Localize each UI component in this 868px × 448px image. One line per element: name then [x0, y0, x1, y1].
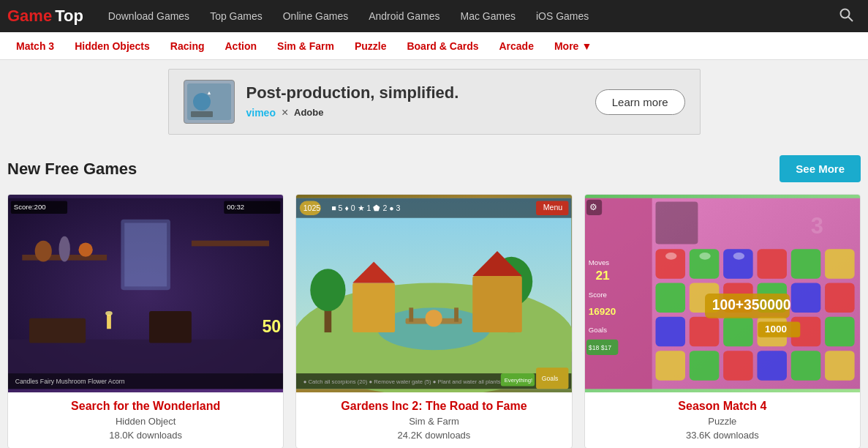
game-downloads-1: 18.0K downloads: [15, 430, 276, 441]
main-content: New Free Games See More: [0, 143, 868, 448]
game-title-2: Gardens Inc 2: The Road to Fame: [303, 400, 564, 413]
svg-text:Menu: Menu: [543, 203, 563, 212]
see-more-button[interactable]: See More: [780, 155, 861, 182]
svg-rect-79: [757, 351, 787, 381]
game-downloads-3: 33.6K downloads: [592, 430, 853, 441]
svg-point-13: [35, 241, 52, 262]
site-logo[interactable]: Game Top: [7, 7, 83, 26]
svg-point-15: [78, 243, 92, 257]
svg-text:● Catch all scorpions (20)  ● : ● Catch all scorpions (20) ● Remove wate…: [303, 378, 513, 385]
svg-rect-70: [655, 317, 685, 347]
game-card-2[interactable]: 1025 ■ 5 ♦ 0 ★ 1 ⬟ 2 ● 3 Menu ● Catch al…: [295, 194, 572, 448]
svg-rect-4: [191, 111, 213, 117]
svg-text:50: 50: [262, 317, 281, 336]
section-header: New Free Games See More: [7, 155, 861, 182]
svg-rect-80: [790, 351, 820, 381]
game-downloads-2: 24.2K downloads: [303, 430, 564, 441]
nav-mac-games[interactable]: Mac Games: [450, 0, 525, 32]
cat-match3[interactable]: Match 3: [6, 32, 64, 60]
game-genre-2: Sim & Farm: [303, 416, 564, 427]
svg-text:⚙: ⚙: [589, 203, 597, 212]
svg-text:21: 21: [595, 268, 610, 283]
svg-text:Goals: Goals: [588, 326, 606, 334]
svg-text:00:32: 00:32: [227, 203, 244, 211]
svg-rect-17: [149, 311, 192, 343]
game-grid: Score:200 00:32 Candles Fairy Mushroom F…: [7, 194, 861, 448]
adobe-logo: Adobe: [294, 105, 338, 121]
svg-rect-62: [790, 249, 820, 279]
svg-rect-18: [107, 315, 111, 329]
more-dropdown[interactable]: More ▼: [544, 32, 602, 60]
svg-rect-33: [454, 307, 458, 321]
ad-text-block: Post-production, simplified. vimeo × Ado…: [246, 83, 459, 121]
svg-rect-64: [655, 283, 685, 313]
ad-main-text: Post-production, simplified.: [246, 83, 459, 102]
svg-point-0: [841, 9, 850, 18]
game-title-1: Search for the Wonderland: [15, 400, 276, 413]
svg-rect-81: [825, 351, 855, 381]
svg-rect-69: [825, 283, 855, 313]
cat-hidden-objects[interactable]: Hidden Objects: [64, 32, 160, 60]
svg-text:Candles  Fairy  Mushroom Flowe: Candles Fairy Mushroom Flower Acorn: [15, 378, 125, 385]
svg-point-82: [665, 253, 676, 260]
vimeo-logo: vimeo: [246, 107, 276, 119]
svg-text:Moves: Moves: [588, 258, 609, 266]
svg-text:■ 5  ♦ 0  ★ 1  ⬟ 2  ● 3: ■ 5 ♦ 0 ★ 1 ⬟ 2 ● 3: [332, 204, 401, 212]
svg-rect-76: [655, 351, 685, 381]
search-icon[interactable]: [831, 7, 861, 26]
top-navigation: Game Top Download Games Top Games Online…: [0, 0, 868, 32]
svg-rect-77: [689, 351, 719, 381]
svg-line-1: [848, 17, 853, 21]
svg-point-84: [733, 253, 744, 260]
cat-board-cards[interactable]: Board & Cards: [396, 32, 488, 60]
game-card-3[interactable]: 100+350000 1000 ⚙ Moves 21 Score 16920 G…: [584, 194, 861, 448]
svg-point-14: [59, 236, 69, 262]
nav-ios-games[interactable]: iOS Games: [526, 0, 599, 32]
cat-arcade[interactable]: Arcade: [488, 32, 543, 60]
cat-action[interactable]: Action: [215, 32, 268, 60]
svg-point-83: [699, 253, 710, 260]
svg-rect-12: [192, 241, 269, 247]
nav-top-games[interactable]: Top Games: [200, 0, 273, 32]
svg-text:Goals: Goals: [542, 375, 559, 382]
logo-game: Game: [7, 7, 52, 26]
svg-text:Score: Score: [588, 291, 606, 299]
svg-text:16920: 16920: [588, 306, 616, 317]
svg-rect-72: [723, 317, 753, 347]
ad-thumbnail: ▲: [184, 80, 235, 124]
game-card-1[interactable]: Score:200 00:32 Candles Fairy Mushroom F…: [7, 194, 284, 448]
game-card-2-info: Gardens Inc 2: The Road to Fame Sim & Fa…: [296, 392, 571, 448]
svg-rect-61: [757, 249, 787, 279]
svg-rect-75: [825, 317, 855, 347]
nav-online-games[interactable]: Online Games: [273, 0, 358, 32]
logo-top: Top: [55, 7, 83, 26]
nav-android-games[interactable]: Android Games: [358, 0, 450, 32]
game-genre-1: Hidden Object: [15, 416, 276, 427]
svg-rect-63: [825, 249, 855, 279]
nav-download-games[interactable]: Download Games: [98, 0, 200, 32]
cat-puzzle[interactable]: Puzzle: [344, 32, 397, 60]
cat-racing[interactable]: Racing: [160, 32, 215, 60]
game-card-3-info: Season Match 4 Puzzle 33.6K downloads: [585, 392, 860, 448]
svg-text:Everything!: Everything!: [505, 377, 533, 384]
svg-text:Score:200: Score:200: [14, 203, 46, 211]
category-navigation: Match 3 Hidden Objects Racing Action Sim…: [0, 32, 868, 60]
ad-learn-more-button[interactable]: Learn more: [595, 89, 685, 115]
svg-rect-71: [689, 317, 719, 347]
svg-point-35: [311, 269, 346, 311]
svg-point-19: [105, 311, 113, 316]
svg-text:1000: 1000: [765, 324, 787, 335]
svg-rect-68: [790, 283, 820, 313]
game-card-1-info: Search for the Wonderland Hidden Object …: [8, 392, 283, 448]
ad-banner-wrap: ▲ Post-production, simplified. vimeo × A…: [0, 60, 868, 143]
svg-text:▲: ▲: [206, 90, 211, 95]
top-nav-links: Download Games Top Games Online Games An…: [98, 0, 599, 32]
svg-text:3: 3: [810, 213, 823, 239]
cat-sim-farm[interactable]: Sim & Farm: [267, 32, 344, 60]
svg-rect-40: [473, 276, 523, 332]
svg-rect-57: [655, 202, 698, 244]
game-genre-3: Puzzle: [592, 416, 853, 427]
ad-banner: ▲ Post-production, simplified. vimeo × A…: [168, 69, 701, 135]
ad-sub-text: vimeo × Adobe: [246, 105, 459, 121]
ad-separator: ×: [282, 106, 288, 119]
